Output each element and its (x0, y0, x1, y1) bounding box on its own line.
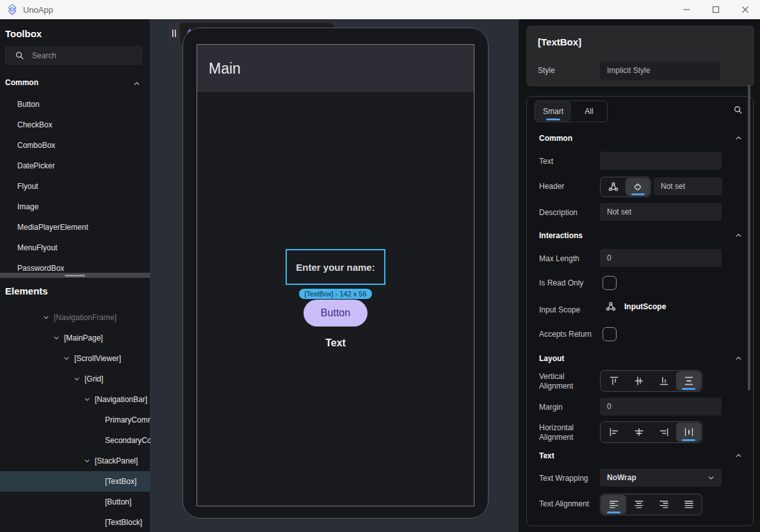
tree-item-button[interactable]: [Button] (0, 492, 150, 512)
text-align-right-button[interactable] (651, 495, 676, 514)
align-right-button[interactable] (651, 423, 676, 442)
toolbox-item-button[interactable]: Button (0, 94, 150, 115)
stretch-vertical-button[interactable] (676, 371, 701, 391)
toolbox-title: Toolbox (5, 28, 42, 39)
toolbox-item-image[interactable]: Image (0, 197, 150, 217)
align-left-button[interactable] (601, 423, 626, 442)
vertical-alignment-toggle (600, 370, 702, 392)
properties-scrollbar[interactable] (748, 85, 750, 391)
toolbox-item-menuflyout[interactable]: MenuFlyout (0, 238, 150, 258)
tree-item-label: [ScrollViewer] (74, 354, 121, 363)
canvas-textblock[interactable]: Text (197, 337, 474, 349)
tree-item-textblock[interactable]: [TextBlock] (0, 512, 150, 532)
left-panel: Toolbox Search Common ButtonCheckBoxComb… (0, 19, 150, 532)
page-title: Main (209, 60, 241, 77)
tree-item-label: [MainPage] (64, 334, 103, 343)
chevron-down-icon[interactable] (83, 457, 91, 465)
align-hcenter-icon (634, 427, 644, 437)
text-label: Text (539, 157, 553, 166)
tree-item-label: [TextBlock] (105, 518, 142, 527)
chevron-up-icon[interactable] (734, 134, 743, 142)
chevron-down-icon[interactable] (73, 375, 81, 383)
toolbox-section-common[interactable]: Common (5, 78, 142, 90)
tree-item-label: [TextBox] (105, 477, 136, 486)
margin-input[interactable]: 0 (600, 398, 722, 415)
tree-item-navigationframe[interactable]: [NavigationFrame] (0, 307, 150, 328)
text-align-center-icon (634, 499, 644, 510)
accepts-return-checkbox[interactable] (602, 327, 617, 341)
maximize-button[interactable] (701, 0, 731, 19)
tree-item-secondaryco[interactable]: SecondaryCo (0, 430, 150, 451)
align-vcenter-button[interactable] (626, 371, 651, 391)
header-value-input[interactable]: Not set (654, 177, 722, 195)
section-layout-title[interactable]: Layout (539, 354, 564, 363)
chevron-up-icon[interactable] (734, 231, 743, 239)
close-button[interactable] (731, 0, 760, 19)
is-read-only-checkbox[interactable] (602, 276, 617, 290)
selection-size-badge: [TextBox] - 142 x 56 (197, 289, 474, 299)
chevron-up-icon[interactable] (734, 451, 743, 460)
tree-item-scrollviewer[interactable]: [ScrollViewer] (0, 348, 150, 369)
inspector-tabs: SmartAll (535, 101, 608, 122)
stretch-horizontal-button[interactable] (676, 423, 701, 442)
canvas-textbox-selected[interactable]: Enter your name: (286, 249, 385, 285)
tree-item-textbox[interactable]: [TextBox] (0, 471, 150, 492)
stretch-horizontal-icon (684, 427, 694, 437)
close-icon (741, 6, 749, 13)
tree-item-label: PrimaryComm (105, 415, 150, 424)
style-value-input[interactable]: Implicit Style (600, 61, 720, 80)
chevron-down-icon[interactable] (53, 334, 60, 342)
binding-button[interactable] (601, 178, 626, 196)
tree-item-primarycomm[interactable]: PrimaryComm (0, 410, 150, 430)
properties-search-icon[interactable] (733, 105, 743, 115)
description-value-input[interactable]: Not set (600, 203, 722, 221)
panel-splitter[interactable] (0, 273, 150, 278)
toolbox-item-checkbox[interactable]: CheckBox (0, 115, 150, 135)
toolbox-item-mediaplayerelement[interactable]: MediaPlayerElement (0, 217, 150, 238)
align-bottom-button[interactable] (651, 371, 676, 391)
chevron-up-icon[interactable] (734, 354, 743, 362)
section-interactions-title[interactable]: Interactions (539, 231, 583, 240)
toolbox-item-combobox[interactable]: ComboBox (0, 135, 150, 156)
tree-item-mainpage[interactable]: [MainPage] (0, 328, 150, 348)
text-alignment-label: Text Alignment (539, 499, 589, 508)
properties-panel: [TextBox] Style Implicit Style SmartAll … (519, 19, 760, 532)
tree-item-stackpanel[interactable]: [StackPanel] (0, 451, 150, 471)
text-align-justify-button[interactable] (676, 495, 701, 514)
text-wrapping-dropdown[interactable]: NoWrap (600, 469, 722, 487)
align-hcenter-button[interactable] (626, 423, 651, 442)
toolbox-search-placeholder: Search (32, 51, 56, 60)
section-common-title[interactable]: Common (539, 134, 572, 143)
device-frame: Main Enter your name: [TextBox] - 142 x … (182, 28, 489, 519)
chevron-down-icon[interactable] (63, 355, 70, 362)
tab-smart[interactable]: Smart (535, 101, 571, 122)
toolbox-item-datepicker[interactable]: DatePicker (0, 156, 150, 176)
tab-all[interactable]: All (571, 101, 607, 122)
minimize-button[interactable] (672, 0, 701, 19)
device-screen[interactable]: Main Enter your name: [TextBox] - 142 x … (197, 44, 474, 506)
text-align-left-icon (609, 499, 619, 510)
toolbox-search-input[interactable]: Search (5, 46, 142, 65)
section-text-title[interactable]: Text (539, 451, 554, 460)
tree-item-label: [Grid] (85, 375, 103, 383)
tree-item-grid[interactable]: [Grid] (0, 369, 150, 389)
text-value-input[interactable] (600, 152, 722, 170)
text-align-center-button[interactable] (626, 495, 651, 514)
align-top-button[interactable] (601, 371, 626, 391)
chevron-down-icon[interactable] (42, 314, 50, 321)
drag-handle-button[interactable] (168, 23, 180, 43)
canvas-button[interactable]: Button (303, 300, 368, 326)
max-length-input[interactable]: 0 (600, 249, 722, 267)
tag-button[interactable] (626, 178, 650, 196)
canvas-textbox-text: Enter your name: (296, 262, 375, 273)
align-top-icon (609, 376, 619, 386)
text-align-left-button[interactable] (601, 495, 626, 514)
chevron-down-icon[interactable] (83, 396, 91, 403)
navigation-bar[interactable]: Main (197, 45, 474, 92)
input-scope-value[interactable]: InputScope (605, 302, 666, 312)
tag-icon (633, 182, 643, 192)
tree-item-navigationbar[interactable]: [NavigationBar] (0, 389, 150, 410)
toolbox-item-flyout[interactable]: Flyout (0, 176, 150, 197)
design-canvas[interactable]: Main Enter your name: [TextBox] - 142 x … (151, 19, 519, 532)
accepts-return-label: Accepts Return (539, 330, 592, 339)
